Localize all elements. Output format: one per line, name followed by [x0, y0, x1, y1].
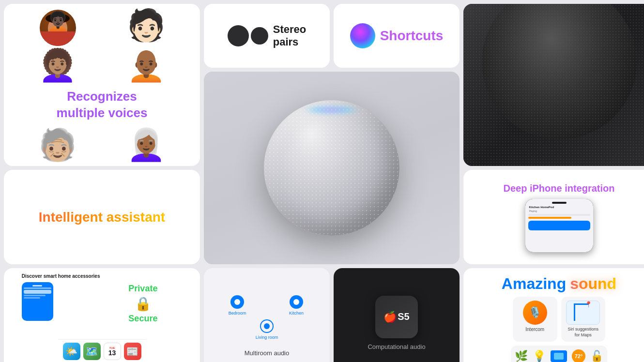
discover-top-section: Discover smart home accessories Private …	[17, 268, 187, 339]
multiroom-card: Bedroom Kitchen Living room Multiroom au…	[204, 268, 330, 362]
intelligent-text: Intelligent assistant	[29, 199, 175, 235]
maps-pin-icon: 📍	[585, 301, 592, 308]
discover-title: Discover smart home accessories	[22, 273, 100, 279]
computational-label: Computational audio	[368, 343, 425, 350]
smart-home-section: 🌿 💡 72° 🔓 Smart home control	[511, 346, 607, 362]
living-room-label: Living room	[256, 335, 278, 340]
kitchen-dot	[290, 295, 303, 309]
private-label: Private	[128, 284, 157, 294]
computational-content: 🍎 S5 Computational audio	[334, 268, 460, 362]
iphone-text2: Playing	[528, 210, 590, 212]
private-secure-section: Private 🔒 Secure	[104, 273, 183, 334]
siri-maps-section: 📍 Siri suggestions for Maps	[561, 297, 606, 342]
siri-maps-label: Siri suggestions for Maps	[565, 327, 602, 338]
iphone-notch	[552, 202, 567, 204]
iphone-mockup: Kitchen HomePod Playing	[525, 199, 593, 252]
shortcuts-label: Shortcuts	[380, 28, 444, 44]
homepod-sphere	[264, 100, 399, 236]
chip-model: S5	[398, 311, 409, 322]
bedroom-label: Bedroom	[229, 311, 246, 316]
iphone-bar3	[528, 221, 590, 230]
iphone-mockup-group: Kitchen HomePod Playing	[525, 199, 593, 252]
maps-icon: 🗺️	[83, 343, 101, 360]
living-room-item: Living room	[256, 319, 278, 340]
discover-card: Discover smart home accessories Private …	[4, 268, 200, 362]
smart-temp-icon: 72°	[572, 349, 585, 362]
speaker-dot-right	[251, 27, 268, 45]
secure-label: Secure	[128, 314, 157, 324]
smart-bulb-icon: 💡	[533, 350, 546, 362]
amazing-sound-card: Amazing sound 🎙️ Intercom 📍 Siri suggest…	[463, 268, 644, 362]
news-icon: 📰	[124, 343, 141, 360]
iphone-bar1	[528, 214, 590, 216]
multiroom-label: Multiroom audio	[245, 349, 290, 357]
homepod-mesh-overlay	[463, 4, 644, 166]
speaker-dot-left	[228, 25, 249, 46]
calendar-icon: TUE 13	[104, 343, 121, 360]
smart-screen-icon	[551, 350, 567, 362]
iphone-text1: Kitchen HomePod	[528, 206, 590, 209]
personalized-section: 🌤️ 🗺️ TUE 13 📰 Personalized daily update…	[58, 339, 146, 362]
app-icons-row: 🌤️ 🗺️ TUE 13 📰	[63, 343, 141, 360]
intercom-label: Intercom	[525, 327, 544, 332]
smart-lock-icon: 🔓	[590, 350, 603, 362]
intercom-mic-icon: 🎙️	[528, 306, 541, 319]
amazing-sound-heading: Amazing sound	[502, 275, 616, 293]
stereo-icon	[228, 25, 268, 46]
shortcuts-card: Shortcuts	[334, 4, 460, 68]
kitchen-item: Kitchen	[269, 295, 324, 316]
memoji-grid: 🧑🏿‍🦱 🧑🏻 👩🏽‍🦱 🧑🏾‍🦲	[12, 6, 192, 85]
lock-icon: 🔒	[135, 296, 152, 312]
deep-iphone-title: Deep iPhone integration	[503, 182, 614, 194]
sound-word: sound	[570, 275, 616, 293]
intercom-maps-row: 🎙️ Intercom 📍 Siri suggestions for Maps	[513, 297, 605, 342]
recognizes-voices-card: 🧑🏿‍🦱 🧑🏻 👩🏽‍🦱 🧑🏾‍🦲 Recognizes multiple vo…	[4, 4, 200, 166]
apple-logo-icon: 🍎	[383, 311, 397, 323]
chip-visual: 🍎 S5	[375, 296, 418, 338]
smart-home-icons: 🌿 💡 72° 🔓	[515, 349, 603, 362]
homepod-main-card	[204, 72, 460, 264]
iphone-screen: Kitchen HomePod Playing	[525, 199, 593, 252]
discover-phone	[22, 282, 53, 321]
memoji-grid-bottom: 🧓🏼 👩🏾‍🦳	[12, 125, 192, 164]
stereo-label: Stereo pairs	[273, 23, 306, 49]
smart-lights-icon: 🌿	[515, 350, 528, 362]
intelligent-assistant-card: Intelligent assistant	[4, 170, 200, 264]
stereo-pairs-card: Stereo pairs	[204, 4, 330, 68]
amazing-word: Amazing	[502, 275, 566, 293]
intercom-orb: 🎙️	[523, 301, 547, 325]
homepod-mesh	[264, 100, 399, 236]
siri-orb	[350, 23, 375, 48]
deep-iphone-card: Deep iPhone integration Kitchen HomePod …	[463, 170, 644, 264]
maps-diagram: 📍	[566, 301, 600, 325]
bedroom-dot	[230, 295, 244, 309]
discover-left-section: Discover smart home accessories	[22, 273, 100, 334]
homepod-main-visual	[204, 72, 460, 264]
room-grid: Bedroom Kitchen Living room	[204, 289, 330, 346]
homepod-top-card	[463, 4, 644, 166]
computational-card: 🍎 S5 Computational audio	[334, 268, 460, 362]
bedroom-item: Bedroom	[210, 295, 265, 316]
iphone-bar2	[528, 217, 572, 219]
homepod-top-visual	[463, 4, 644, 166]
kitchen-label: Kitchen	[289, 311, 304, 316]
intercom-section: 🎙️ Intercom	[513, 297, 557, 342]
living-room-dot	[260, 319, 274, 333]
chip-label: 🍎 S5	[383, 311, 409, 323]
multiroom-content: Bedroom Kitchen Living room Multiroom au…	[204, 268, 330, 362]
weather-icon: 🌤️	[63, 343, 80, 360]
recognizes-text: Recognizes multiple voices	[51, 85, 153, 125]
